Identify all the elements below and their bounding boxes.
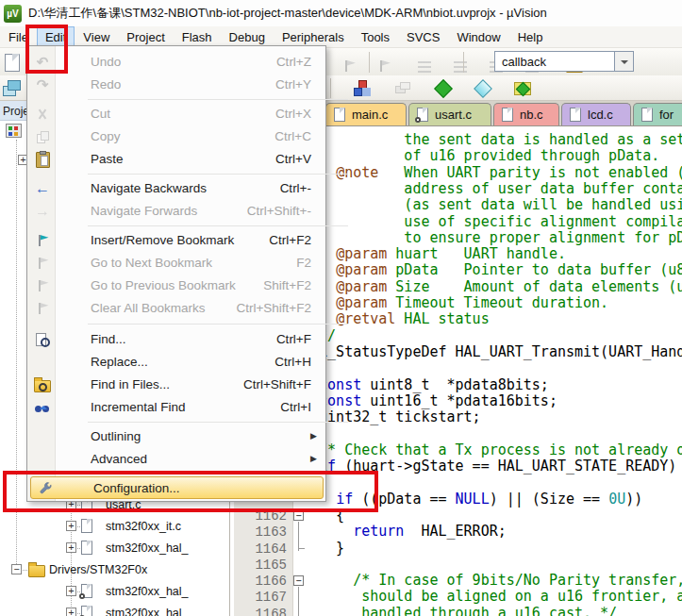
indent-right-icon[interactable] [454,61,467,73]
clear-all-bookmarks-icon[interactable] [377,59,391,73]
code-line: @param Size Amount of data elements (u8 … [302,279,682,295]
menu-item-clear-all-bookmarks: Clear All BookmarksCtrl+Shift+F2 [28,297,324,320]
menu-item-find-in-files[interactable]: Find in Files...Ctrl+Shift+F [28,374,324,396]
folder-icon [28,565,45,577]
tree-expander[interactable]: + [66,586,76,596]
pack-installer-icon[interactable] [514,82,531,95]
line-number: 1165 [236,558,287,573]
code-line: use of specific alignment compilation di… [302,214,682,230]
code-line: @note When UART parity is not enabled (P… [302,165,682,181]
find-in-files-icon [34,376,51,393]
menu-item-incremental-find[interactable]: Incremental FindCtrl+I [28,396,324,419]
menu-item-insert-remove-bookmark[interactable]: Insert/Remove BookmarkCtrl+F2 [28,229,324,252]
menubar-item-svcs[interactable]: SVCS [398,26,448,47]
file-icon [81,519,92,533]
tree-item-stm32f0xx_hal[interactable]: stm32f0xx_hal [106,607,182,616]
tree-expander[interactable]: + [66,542,76,553]
download-icon[interactable] [434,79,453,98]
redo-icon [34,76,51,93]
tree-item-Drivers_STM32F0x[interactable]: Drivers/STM32F0x [49,563,147,582]
code-segment: address of user data buffer containing d [302,180,682,197]
tree-item-stm32f0xx_hal_[interactable]: stm32f0xx_hal_ [106,585,189,604]
search-combo[interactable]: callback [494,51,615,72]
combo-dropdown-icon[interactable] [614,51,634,72]
code-segment: /* In case of 9bits/No Parity transfer, … [353,572,682,589]
new-file-icon[interactable] [5,54,20,72]
navigate-forwards-icon [34,203,51,220]
tab-for[interactable]: for [633,103,682,125]
code-segment: @param [336,294,387,311]
menubar-item-peripherals[interactable]: Peripherals [274,26,353,47]
tab-lcdc[interactable]: lcd.c [561,103,631,125]
menu-item-label: Go to Previous Bookmark [91,278,236,292]
menu-item-navigate-backwards[interactable]: Navigate BackwardsCtrl+- [28,177,324,200]
tree-expander[interactable]: − [11,564,22,574]
code-segment: /* Check that a Tx process is not alread… [319,441,682,458]
tree-expander[interactable]: + [66,521,76,531]
menu-item-label: Clear All Bookmarks [91,301,206,315]
menu-item-replace[interactable]: Replace...Ctrl+H [28,351,324,374]
menu-item-undo: UndoCtrl+Z [28,51,324,74]
menu-item-advanced[interactable]: Advanced [28,448,324,471]
code-line: to ensure proper alignment for pData. [302,230,682,246]
line-number: 1168 [236,607,287,616]
code-line: of u16 provided through pData. [302,148,659,164]
fold-toggle[interactable]: − [293,575,304,586]
goto-next-bookmark-icon[interactable] [342,59,357,73]
menu-item-label: Cut [91,107,110,121]
menubar-item-tools[interactable]: Tools [353,26,398,47]
indent-left-icon[interactable] [418,61,431,73]
navigate-backwards-icon [34,180,51,197]
menu-item-label: Insert/Remove Bookmark [91,233,234,247]
next-bookmark-icon [36,257,50,270]
fold-line [298,522,299,551]
menubar-item-flash[interactable]: Flash [174,26,221,47]
tree-item-stm32f0xx_it_c[interactable]: stm32f0xx_it.c [106,520,181,539]
navigate-forwards-icon [35,203,50,220]
menu-item-find[interactable]: Find...Ctrl+F [28,328,324,351]
tree-item-stm32f0xx_hal_[interactable]: stm32f0xx_hal_ [106,541,189,560]
build-target-icon[interactable] [354,80,371,95]
code-segment: the sent data is handled as a set of u16 [302,131,682,148]
tab-mainc[interactable]: main.c [325,103,407,125]
tab-usartc[interactable]: usart.c [408,103,491,125]
code-segment: pData Pointer to data buffer (u8 or u16 … [387,261,682,278]
menu-item-shortcut: Ctrl+H [274,355,311,369]
code-segment: @param [336,278,387,295]
fold-tick [298,548,305,549]
batch-build-icon[interactable] [395,82,410,95]
translate-file-icon[interactable] [3,79,21,95]
clear-bookmarks-icon [34,300,51,317]
debug-session-icon[interactable] [474,79,492,98]
code-segment: @note [336,164,378,181]
menubar-item-help[interactable]: Help [509,26,552,47]
menubar-item-debug[interactable]: Debug [221,26,274,47]
menubar-item-view[interactable]: View [75,26,118,47]
code-segment: handled through a u16 cast. */ [302,605,617,616]
code-segment: Timeout Timeout duration. [387,294,608,311]
menu-item-label: Undo [91,55,121,69]
code-segment: should be aligned on a u16 frontier, as … [302,588,682,605]
tab-nbc[interactable]: nb.c [493,103,559,125]
tab-label: usart.c [435,108,472,122]
menu-item-shortcut: Ctrl+X [275,107,311,121]
file-icon [334,108,345,122]
menubar-item-window[interactable]: Window [448,26,508,47]
prev-bookmark-icon [36,279,50,292]
menu-item-paste[interactable]: PasteCtrl+V [28,148,324,171]
code-segment: 0U [608,491,625,508]
prev-bookmark-icon [34,277,51,294]
code-line: (as sent data will be handled using u16 … [302,197,682,213]
code-segment [302,523,353,540]
code-line: /* In case of 9bits/No Parity transfer, … [302,573,682,589]
menu-item-shortcut: Ctrl+F2 [269,233,311,247]
window-title: D:\华清工作\备课\STM32-NBIOT\nb-iot-project-ma… [28,5,547,22]
menu-item-outlining[interactable]: Outlining [28,425,324,448]
clear-bookmarks-icon [36,302,50,315]
tab-label: lcd.c [588,108,613,122]
file-icon [641,108,653,122]
menubar-item-project[interactable]: Project [118,26,173,47]
code-segment: Size Amount of data elements (u8 or u16)… [387,278,682,295]
bookmark-icon [34,232,51,249]
tree-expander[interactable]: + [66,608,76,616]
